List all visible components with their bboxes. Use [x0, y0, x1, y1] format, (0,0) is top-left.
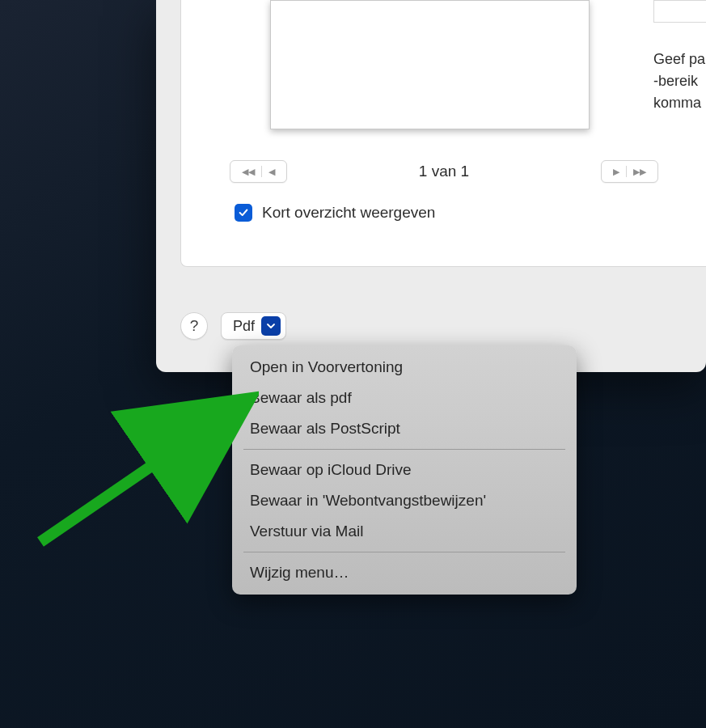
menu-divider — [243, 449, 565, 450]
prev-page-icon: ◀ — [264, 167, 280, 177]
menu-save-as-pdf[interactable]: Bewaar als pdf — [232, 383, 577, 413]
summary-checkbox-row: Kort overzicht weergeven — [235, 204, 435, 222]
annotation-arrow-icon — [16, 348, 259, 558]
side-help-text: Geef pa -bereik komma — [653, 49, 706, 114]
side-field — [653, 0, 706, 23]
menu-open-in-preview[interactable]: Open in Voorvertoning — [232, 352, 577, 383]
menu-save-as-postscript[interactable]: Bewaar als PostScript — [232, 413, 577, 444]
pdf-dropdown-button[interactable]: Pdf — [221, 312, 286, 340]
svg-line-0 — [40, 410, 233, 542]
summary-checkbox-label: Kort overzicht weergeven — [262, 204, 435, 222]
next-page-button[interactable]: ▶ ▶▶ — [601, 160, 658, 183]
prev-page-button[interactable]: ◀◀ ◀ — [230, 160, 287, 183]
chevron-down-icon — [261, 316, 281, 336]
next-page-icon: ▶ — [608, 167, 624, 177]
summary-checkbox[interactable] — [235, 204, 252, 222]
first-page-icon: ◀◀ — [237, 167, 260, 177]
preview-panel: Geef pa -bereik komma ◀◀ ◀ 1 van 1 ▶ ▶▶ … — [180, 0, 706, 267]
menu-edit-menu[interactable]: Wijzig menu… — [232, 557, 577, 588]
pdf-button-label: Pdf — [233, 318, 255, 335]
menu-divider — [243, 552, 565, 552]
menu-save-web-receipts[interactable]: Bewaar in 'Webontvangstbewijzen' — [232, 485, 577, 516]
menu-send-via-mail[interactable]: Verstuur via Mail — [232, 516, 577, 547]
page-indicator: 1 van 1 — [419, 163, 469, 180]
dialog-bottom-row: ? Pdf — [180, 312, 286, 340]
menu-save-icloud-drive[interactable]: Bewaar op iCloud Drive — [232, 455, 577, 485]
print-dialog: Geef pa -bereik komma ◀◀ ◀ 1 van 1 ▶ ▶▶ … — [156, 0, 706, 372]
document-preview — [270, 0, 590, 129]
last-page-icon: ▶▶ — [628, 167, 651, 177]
help-button[interactable]: ? — [180, 312, 208, 340]
check-icon — [238, 207, 249, 218]
pdf-dropdown-menu: Open in Voorvertoning Bewaar als pdf Bew… — [232, 345, 577, 595]
pager-row: ◀◀ ◀ 1 van 1 ▶ ▶▶ — [230, 160, 658, 183]
